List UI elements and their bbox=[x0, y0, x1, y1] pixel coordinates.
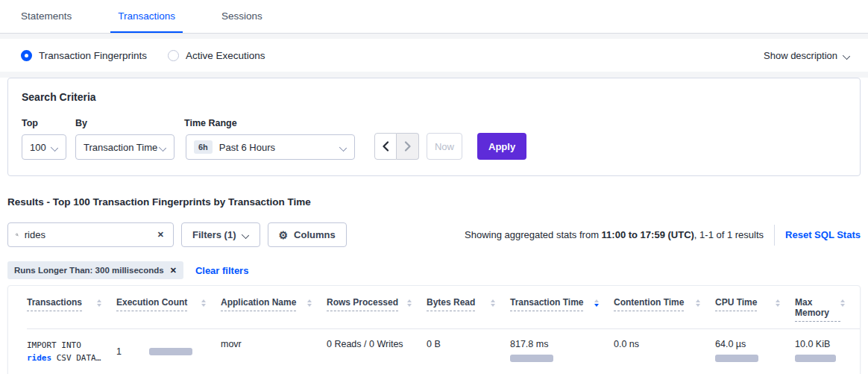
by-field: By Transaction Time bbox=[75, 118, 174, 160]
results-table: Transactions Execution Count Application… bbox=[7, 285, 861, 374]
tab-sessions[interactable]: Sessions bbox=[214, 0, 270, 33]
show-description-toggle[interactable]: Show description bbox=[764, 50, 850, 61]
radio-label: Active Executions bbox=[186, 50, 265, 61]
bytes-read-cell: 0 B bbox=[427, 339, 510, 364]
by-label: By bbox=[75, 118, 174, 128]
main-content: Search Criteria Top 100 By Transaction T… bbox=[0, 78, 868, 374]
chevron-down-icon bbox=[242, 231, 249, 238]
sort-icon[interactable] bbox=[840, 299, 845, 307]
search-box[interactable]: ✕ bbox=[7, 222, 174, 247]
sort-icon[interactable] bbox=[201, 299, 206, 307]
search-icon bbox=[16, 230, 19, 240]
application-name-cell: movr bbox=[221, 339, 327, 364]
top-select-value: 100 bbox=[30, 142, 46, 153]
search-input[interactable] bbox=[25, 229, 156, 240]
reset-sql-stats-link[interactable]: Reset SQL Stats bbox=[785, 229, 861, 240]
time-shift-arrows bbox=[374, 133, 419, 160]
filters-label: Filters (1) bbox=[192, 229, 236, 240]
stats-text: Showing aggregated stats from 11:00 to 1… bbox=[465, 229, 764, 240]
time-range-badge: 6h bbox=[194, 140, 213, 154]
columns-label: Columns bbox=[294, 229, 336, 240]
sort-icon[interactable] bbox=[776, 299, 780, 307]
sort-icon-active-desc[interactable] bbox=[594, 299, 599, 307]
time-range-field: Time Range 6h Past 6 Hours bbox=[184, 118, 355, 160]
search-criteria-title: Search Criteria bbox=[22, 91, 846, 103]
chevron-down-icon bbox=[843, 52, 850, 59]
columns-button[interactable]: ⚙ Columns bbox=[268, 222, 347, 247]
time-back-button[interactable] bbox=[374, 133, 397, 160]
radio-label: Transaction Fingerprints bbox=[39, 50, 147, 61]
rows-processed-cell: 0 Reads / 0 Writes bbox=[327, 339, 427, 364]
active-filters-row: Runs Longer Than: 300 milliseconds ✕ Cle… bbox=[7, 261, 861, 279]
transaction-fingerprint-link[interactable]: rides bbox=[27, 353, 51, 363]
view-toggle-band: Transaction Fingerprints Active Executio… bbox=[0, 39, 868, 72]
search-criteria-card: Search Criteria Top 100 By Transaction T… bbox=[7, 78, 861, 176]
column-header-contention-time[interactable]: Contention Time bbox=[614, 297, 715, 322]
column-header-transaction-time[interactable]: Transaction Time bbox=[510, 297, 614, 322]
time-range-label: Time Range bbox=[184, 118, 355, 128]
column-header-rows-processed[interactable]: Rows Processed bbox=[327, 297, 427, 322]
execution-count-bar bbox=[149, 348, 192, 355]
filter-pill-label: Runs Longer Than: 300 milliseconds bbox=[14, 266, 164, 275]
divider-gap bbox=[0, 34, 868, 39]
clear-search-icon[interactable]: ✕ bbox=[156, 228, 166, 241]
top-tab-bar: Statements Transactions Sessions bbox=[0, 0, 868, 34]
stats-area: Showing aggregated stats from 11:00 to 1… bbox=[465, 225, 861, 246]
transaction-time-cell: 817.8 ms bbox=[510, 339, 614, 364]
column-header-execution-count[interactable]: Execution Count bbox=[116, 297, 221, 322]
sort-icon[interactable] bbox=[696, 299, 700, 307]
by-select[interactable]: Transaction Time bbox=[75, 134, 174, 160]
chevron-down-icon bbox=[340, 144, 347, 151]
column-header-transactions[interactable]: Transactions bbox=[27, 297, 116, 322]
chevron-down-icon bbox=[51, 144, 58, 151]
show-description-label: Show description bbox=[764, 50, 837, 61]
radio-unselected-icon bbox=[168, 50, 179, 61]
transactions-page: Statements Transactions Sessions Transac… bbox=[0, 0, 868, 374]
divider-gap bbox=[0, 72, 868, 78]
filter-pill: Runs Longer Than: 300 milliseconds ✕ bbox=[7, 261, 183, 279]
table-row: IMPORT INTO rides CSV DATA… 1 movr 0 Rea… bbox=[8, 329, 860, 374]
filters-button[interactable]: Filters (1) bbox=[181, 222, 260, 247]
time-forward-button[interactable] bbox=[397, 133, 419, 160]
sort-icon[interactable] bbox=[97, 299, 101, 307]
column-header-max-memory[interactable]: Max Memory bbox=[795, 297, 860, 322]
column-header-cpu-time[interactable]: CPU Time bbox=[715, 297, 795, 322]
column-header-bytes-read[interactable]: Bytes Read bbox=[427, 297, 510, 322]
sort-icon[interactable] bbox=[491, 299, 495, 307]
transaction-time-bar bbox=[510, 355, 553, 362]
radio-transaction-fingerprints[interactable]: Transaction Fingerprints bbox=[21, 50, 147, 61]
radio-selected-icon bbox=[21, 50, 32, 61]
tab-statements[interactable]: Statements bbox=[13, 0, 79, 33]
apply-button[interactable]: Apply bbox=[477, 133, 526, 160]
top-field: Top 100 bbox=[22, 118, 66, 160]
time-range-value: Past 6 Hours bbox=[219, 142, 275, 153]
transaction-statement-line2: rides CSV DATA… bbox=[27, 352, 103, 364]
results-heading: Results - Top 100 Transaction Fingerprin… bbox=[7, 196, 861, 208]
radio-active-executions[interactable]: Active Executions bbox=[168, 50, 265, 61]
chevron-down-icon bbox=[160, 144, 166, 151]
execution-count-cell: 1 bbox=[116, 339, 221, 364]
results-toolbar: ✕ Filters (1) ⚙ Columns Showing aggregat… bbox=[7, 222, 861, 247]
sort-icon[interactable] bbox=[307, 299, 312, 307]
cpu-time-cell: 64.0 µs bbox=[715, 339, 795, 364]
tab-transactions[interactable]: Transactions bbox=[110, 0, 183, 33]
table-header-row: Transactions Execution Count Application… bbox=[8, 286, 860, 328]
vertical-divider bbox=[774, 225, 775, 246]
max-memory-bar bbox=[795, 355, 836, 362]
time-range-select[interactable]: 6h Past 6 Hours bbox=[186, 134, 355, 160]
top-select[interactable]: 100 bbox=[22, 134, 66, 160]
transaction-statement-line1: IMPORT INTO bbox=[27, 339, 103, 352]
by-select-value: Transaction Time bbox=[84, 142, 157, 153]
chevron-right-icon bbox=[404, 141, 412, 152]
cpu-time-bar bbox=[715, 355, 758, 362]
clear-filters-link[interactable]: Clear filters bbox=[195, 265, 249, 276]
column-header-application-name[interactable]: Application Name bbox=[221, 297, 327, 322]
max-memory-cell: 10.0 KiB bbox=[795, 339, 860, 364]
sort-icon[interactable] bbox=[407, 299, 412, 307]
top-label: Top bbox=[22, 118, 66, 128]
chevron-left-icon bbox=[382, 141, 389, 152]
contention-time-cell: 0.0 ns bbox=[614, 339, 715, 364]
now-button[interactable]: Now bbox=[427, 133, 462, 160]
transaction-fingerprint-cell: IMPORT INTO rides CSV DATA… bbox=[27, 339, 116, 364]
remove-filter-icon[interactable]: ✕ bbox=[170, 266, 177, 275]
